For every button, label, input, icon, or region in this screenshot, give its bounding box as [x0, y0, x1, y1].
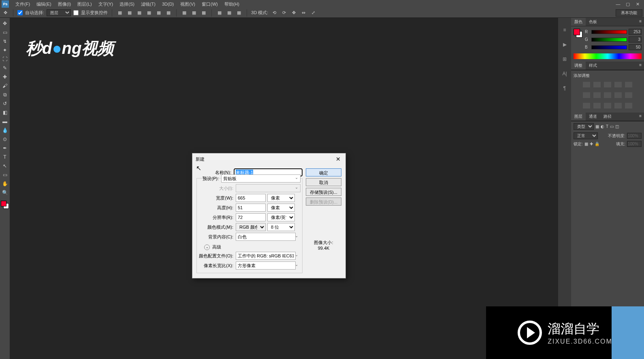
menu-3d[interactable]: 3D(D) [159, 1, 177, 7]
menu-edit[interactable]: 编辑(E) [33, 0, 55, 8]
arrange-icon[interactable]: ▦ [216, 9, 223, 17]
lock-all-icon[interactable]: 🔒 [595, 142, 599, 146]
exposure-icon[interactable] [614, 82, 622, 87]
b-slider[interactable] [591, 45, 627, 49]
blend-mode-select[interactable]: 正常 [574, 132, 598, 139]
heal-tool[interactable]: ✚ [1, 73, 9, 81]
height-input[interactable] [236, 204, 266, 212]
workspace-button[interactable]: 基本功能 [616, 9, 642, 17]
3d-pan-icon[interactable]: ✥ [290, 9, 297, 17]
layer-filter-select[interactable]: 类型 [574, 123, 594, 130]
wand-tool[interactable]: ✦ [1, 46, 9, 54]
width-input[interactable] [236, 194, 266, 202]
hand-tool[interactable]: ✋ [1, 180, 9, 188]
window-minimize[interactable]: — [613, 1, 623, 7]
color-swatches[interactable] [1, 201, 9, 209]
preset-select[interactable]: 剪贴板 [221, 174, 301, 183]
move-tool[interactable]: ✥ [1, 19, 9, 28]
opacity-input[interactable] [627, 133, 642, 139]
menu-view[interactable]: 视图(V) [177, 0, 198, 8]
colorbalance-icon[interactable] [593, 92, 601, 98]
gradient-tool[interactable]: ▬ [1, 117, 9, 125]
window-maximize[interactable]: ▢ [623, 1, 633, 7]
menu-type[interactable]: 文字(Y) [95, 0, 117, 8]
colormode-select[interactable]: RGB 颜色 [236, 223, 266, 231]
align-left-icon[interactable]: ▦ [116, 9, 124, 17]
path-tool[interactable]: ↖ [1, 162, 9, 170]
arrange-icon2[interactable]: ▦ [226, 9, 233, 17]
blur-tool[interactable]: 💧 [1, 126, 9, 134]
show-transform-checkbox[interactable] [73, 10, 79, 15]
3d-slide-icon[interactable]: ⇔ [300, 9, 307, 17]
type-tool[interactable]: T [1, 153, 9, 161]
history-brush-tool[interactable]: ↺ [1, 100, 9, 108]
filter-smart-icon[interactable]: ◫ [615, 124, 619, 129]
stamp-tool[interactable]: ⧉ [1, 91, 9, 99]
menu-window[interactable]: 窗口(W) [198, 0, 221, 8]
shape-tool[interactable]: ▭ [1, 171, 9, 179]
align-bottom-icon[interactable]: ▦ [165, 9, 172, 17]
g-input[interactable] [629, 36, 642, 42]
width-unit[interactable]: 像素 [267, 194, 295, 202]
3d-scale-icon[interactable]: ⤢ [309, 9, 317, 17]
arrange-icon3[interactable]: ▦ [235, 9, 243, 17]
r-slider[interactable] [591, 30, 627, 34]
panel-menu-icon[interactable]: ≡ [637, 62, 644, 70]
height-unit[interactable]: 像素 [267, 204, 295, 212]
brightness-icon[interactable] [583, 82, 590, 87]
auto-select-checkbox[interactable] [17, 10, 23, 15]
auto-select-dropdown[interactable]: 图层 [47, 9, 71, 16]
levels-icon[interactable] [593, 82, 601, 87]
resolution-unit[interactable]: 像素/英寸 [267, 213, 295, 221]
dodge-tool[interactable]: ⊙ [1, 135, 9, 143]
distribute-icon[interactable]: ▦ [181, 9, 188, 17]
window-close[interactable]: ✕ [633, 1, 642, 7]
aspect-select[interactable]: 方形像素 [236, 261, 296, 270]
lock-position-icon[interactable]: ✚ [590, 142, 593, 146]
filter-type-icon[interactable]: T [606, 124, 608, 129]
eraser-tool[interactable]: ◧ [1, 108, 9, 117]
menu-layer[interactable]: 图层(L) [74, 0, 95, 8]
channels-tab[interactable]: 通道 [586, 113, 600, 121]
threshold-icon[interactable] [604, 103, 611, 108]
advanced-toggle[interactable]: ⌄ 高级 [204, 244, 301, 250]
gradientmap-icon[interactable] [614, 103, 622, 108]
filter-pixel-icon[interactable]: ▦ [595, 124, 599, 129]
panel-menu-icon[interactable]: ≡ [637, 18, 644, 26]
hue-icon[interactable] [583, 92, 590, 98]
ok-button[interactable]: 确定 [306, 168, 341, 176]
brush-tool[interactable]: 🖌 [1, 82, 9, 90]
color-tab[interactable]: 颜色 [571, 18, 586, 26]
pen-tool[interactable]: ✒ [1, 144, 9, 152]
crop-tool[interactable]: ⛶ [1, 55, 9, 63]
fill-input[interactable] [627, 141, 642, 147]
bgcontent-select[interactable]: 白色 [236, 233, 296, 241]
color-spectrum[interactable] [574, 53, 642, 59]
menu-filter[interactable]: 滤镜(T) [138, 0, 159, 8]
channelmixer-icon[interactable] [625, 92, 632, 98]
bw-icon[interactable] [604, 92, 611, 98]
vibrance-icon[interactable] [625, 82, 632, 87]
eyedropper-tool[interactable]: ✎ [1, 64, 9, 72]
paths-tab[interactable]: 路径 [600, 113, 615, 121]
align-middle-icon[interactable]: ▦ [155, 9, 162, 17]
align-right-icon[interactable]: ▦ [136, 9, 143, 17]
menu-help[interactable]: 帮助(H) [221, 0, 243, 8]
distribute-icon2[interactable]: ▦ [190, 9, 198, 17]
bitdepth-select[interactable]: 8 位 [267, 223, 295, 231]
lasso-tool[interactable]: ↯ [1, 37, 9, 45]
invert-icon[interactable] [583, 103, 590, 108]
resolution-input[interactable] [236, 213, 266, 221]
filter-adjust-icon[interactable]: ◐ [601, 124, 604, 129]
panel-menu-icon[interactable]: ≡ [637, 113, 644, 121]
dialog-titlebar[interactable]: 新建 ✕ [192, 153, 345, 165]
lock-pixels-icon[interactable]: ▦ [584, 142, 588, 146]
swatches-tab[interactable]: 色板 [586, 18, 600, 26]
zoom-tool[interactable]: 🔍 [1, 189, 9, 197]
r-input[interactable] [629, 29, 642, 35]
menu-image[interactable]: 图像(I) [55, 0, 74, 8]
marquee-tool[interactable]: ▭ [1, 28, 9, 36]
selective-icon[interactable] [625, 103, 632, 108]
align-center-icon[interactable]: ▦ [126, 9, 133, 17]
paragraph-panel-icon[interactable]: ¶ [561, 84, 569, 92]
